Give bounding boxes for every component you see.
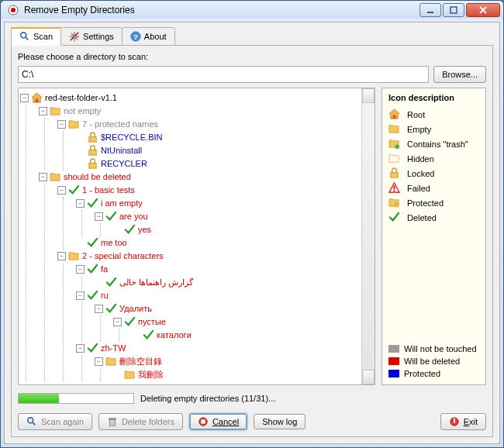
check-icon	[87, 237, 98, 249]
expander-icon[interactable]: −	[76, 199, 85, 208]
check-icon	[105, 211, 117, 222]
dir-label: Please choose a directory to scan:	[18, 52, 486, 61]
delete-folders-button[interactable]: Delete folders	[98, 413, 183, 430]
tree-item[interactable]: 刪除空目錄	[119, 355, 162, 368]
expander-icon[interactable]: −	[76, 291, 85, 300]
check-icon	[124, 316, 136, 328]
folder-icon	[50, 105, 61, 117]
svg-point-18	[395, 144, 399, 149]
tree-item[interactable]: 1 - basic tests	[82, 184, 135, 197]
tab-scan-label: Scan	[33, 32, 53, 41]
client-area: Scan Settings About Please choose a dire…	[4, 22, 500, 444]
svg-rect-16	[427, 12, 433, 13]
legend-label: Will not be touched	[404, 344, 477, 353]
tree-item[interactable]: ru	[101, 289, 109, 302]
window-title: Remove Empty Directories	[24, 5, 419, 16]
tab-settings-label: Settings	[83, 32, 114, 41]
tree-item[interactable]: fa	[101, 263, 108, 276]
home-icon	[31, 92, 43, 104]
scan-again-button[interactable]: Scan again	[18, 413, 92, 430]
tree-item[interactable]: RECYCLER	[101, 157, 147, 171]
folder-icon	[68, 250, 80, 262]
tree-item[interactable]: 7 - protected names	[82, 118, 158, 131]
legend-label: Root	[407, 110, 425, 119]
svg-point-15	[11, 8, 16, 12]
expander-icon[interactable]: −	[113, 318, 122, 326]
minimize-button[interactable]	[419, 3, 441, 17]
tree-view[interactable]: − red-test-folder-v1.1 − not empty	[18, 88, 375, 385]
close-button[interactable]	[466, 3, 500, 17]
expander-icon[interactable]: −	[57, 252, 66, 260]
cancel-label: Cancel	[212, 417, 239, 426]
check-icon	[105, 277, 117, 288]
legend-panel: Icon description Root Empty Contains "tr…	[381, 88, 486, 385]
tree-item[interactable]: are you	[119, 210, 148, 223]
legend-label: Contains "trash"	[407, 140, 468, 149]
exit-button[interactable]: Exit	[440, 413, 486, 430]
browse-label: Browse...	[442, 70, 478, 79]
tree-item[interactable]: گزارش راهنماها خالی	[119, 276, 193, 289]
tree-item[interactable]: Удалить	[119, 302, 152, 315]
folder-protected-icon	[388, 197, 400, 208]
tree-root[interactable]: red-test-folder-v1.1	[45, 91, 117, 105]
tree-item[interactable]: $RECYCLE.BIN	[101, 131, 162, 144]
expander-icon[interactable]: −	[95, 357, 103, 366]
tree-item[interactable]: 我刪除	[138, 368, 164, 381]
check-icon	[87, 343, 98, 354]
tab-about[interactable]: About	[122, 27, 175, 46]
swatch-blue	[388, 370, 399, 377]
dir-input[interactable]	[18, 66, 429, 83]
tree-item[interactable]: not empty	[64, 105, 101, 118]
expander-icon[interactable]: −	[76, 265, 85, 274]
app-window: Remove Empty Directories Scan Settings A…	[0, 0, 504, 448]
legend-label: Hidden	[407, 154, 434, 164]
check-icon	[105, 303, 117, 315]
progress-bar	[18, 393, 134, 404]
expander-icon[interactable]: −	[95, 212, 103, 221]
maximize-button[interactable]	[443, 3, 464, 17]
folder-icon	[388, 123, 400, 135]
expander-icon[interactable]: −	[20, 94, 29, 102]
exit-label: Exit	[464, 417, 478, 426]
folder-icon	[105, 356, 117, 367]
titlebar[interactable]: Remove Empty Directories	[1, 1, 503, 19]
tab-settings[interactable]: Settings	[60, 27, 123, 46]
search-icon	[26, 416, 37, 427]
tree-item[interactable]: 2 - special characters	[82, 250, 164, 263]
lock-icon	[388, 167, 400, 179]
expander-icon[interactable]: −	[57, 186, 66, 195]
tab-scan[interactable]: Scan	[11, 27, 61, 46]
lock-icon	[87, 145, 98, 157]
browse-button[interactable]: Browse...	[433, 66, 486, 83]
tree-item[interactable]: каталоги	[157, 329, 192, 342]
scrollbar[interactable]	[361, 88, 375, 384]
lock-icon	[87, 158, 98, 170]
show-log-button[interactable]: Show log	[254, 414, 306, 429]
expander-icon[interactable]: −	[39, 173, 47, 181]
tree-item[interactable]: me too	[101, 236, 127, 250]
check-icon	[388, 212, 400, 223]
cancel-button[interactable]: Cancel	[189, 413, 247, 430]
tree-item[interactable]: пустые	[138, 315, 166, 329]
expander-icon[interactable]: −	[39, 107, 47, 115]
expander-icon[interactable]: −	[76, 344, 85, 353]
exit-icon	[449, 416, 460, 427]
swatch-red	[388, 357, 399, 365]
check-icon	[87, 290, 98, 302]
legend-label: Deleted	[407, 213, 437, 222]
tree-item[interactable]: yes	[138, 223, 151, 236]
check-icon	[87, 264, 98, 275]
swatch-grey	[388, 345, 399, 353]
tree-item[interactable]: zh-TW	[101, 342, 126, 355]
home-icon	[388, 109, 400, 120]
tree-item[interactable]: should be deleted	[64, 171, 131, 184]
legend-label: Protected	[407, 198, 444, 208]
app-icon	[7, 4, 19, 16]
delete-label: Delete folders	[122, 417, 174, 426]
expander-icon[interactable]: −	[57, 120, 66, 129]
folder-hidden-icon	[388, 153, 400, 164]
svg-rect-17	[450, 7, 457, 13]
tree-item[interactable]: NtUninstall	[101, 144, 142, 157]
expander-icon[interactable]: −	[95, 305, 103, 313]
tree-item[interactable]: i am empty	[101, 197, 143, 210]
